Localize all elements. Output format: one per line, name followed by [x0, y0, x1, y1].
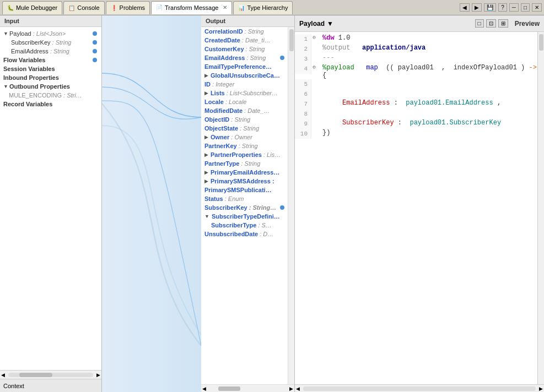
type-hierarchy-icon: 📊 [238, 5, 245, 11]
tree-item-mule-encoding[interactable]: MULE_ENCODING : Stri… [0, 91, 101, 100]
tab-problems[interactable]: ❗ Problems [106, 1, 150, 14]
output-hscroll-left[interactable]: ◀ [201, 386, 207, 391]
code-line-1: 1 ⊕ %dw 1.0 [295, 34, 537, 44]
code-line-4: 4 ⊕ %payload map (( payload01 , indexOfP… [295, 64, 537, 79]
editor-toolbar: Payload ▼ □ ⊡ ⊞ Preview [295, 15, 544, 32]
output-item-objectstate[interactable]: ObjectState : String [201, 124, 288, 133]
save-button[interactable]: 💾 [484, 3, 496, 12]
output-item-partnerkey[interactable]: PartnerKey : String [201, 141, 288, 150]
hscroll-left-arrow[interactable]: ◀ [0, 372, 6, 378]
output-item-correlationid[interactable]: CorrelationID : String [201, 27, 288, 36]
connector-svg [102, 15, 201, 373]
output-item-partnerprops[interactable]: ▶ PartnerProperties : Lis… [201, 150, 288, 159]
output-scroll-thumb [289, 29, 294, 51]
output-panel-header: Output [201, 15, 294, 27]
section-flow-variables[interactable]: Flow Variables [0, 56, 101, 64]
output-item-unsubdate[interactable]: UnsubscribedDate : D… [201, 230, 288, 238]
payload-selector[interactable]: Payload ▼ [299, 20, 333, 28]
editor-hscroll-right[interactable]: ▶ [538, 386, 544, 391]
section-session-variables[interactable]: Session Variables [0, 64, 101, 73]
nav-back-button[interactable]: ◀ [460, 3, 470, 12]
output-list[interactable]: CorrelationID : String CreatedDate : Dat… [201, 27, 288, 384]
tab-close-icon[interactable]: ✕ [223, 4, 227, 10]
editor-hscroll[interactable]: ◀ ▶ [295, 384, 544, 392]
close-button[interactable]: ✕ [532, 3, 542, 12]
left-hscroll[interactable]: ◀ ▶ [0, 370, 101, 379]
maximize-button[interactable]: □ [521, 3, 530, 12]
console-icon: 📋 [68, 5, 75, 11]
subscriberkey-out-dot [280, 205, 284, 210]
output-item-subtype[interactable]: SubscriberType : S… [201, 221, 288, 230]
code-line-8: 8 [295, 109, 537, 119]
tab-transform-message[interactable]: 📄 Transform Message ✕ [151, 1, 232, 14]
editor-scroll-thumb [539, 34, 543, 51]
output-item-emailaddress[interactable]: EmailAddress : String [201, 53, 288, 62]
output-panel: Output CorrelationID : String CreatedDat… [201, 15, 295, 392]
output-item-primarysmspub[interactable]: PrimarySMSPublicati… [201, 186, 288, 194]
output-item-modifieddate[interactable]: ModifiedDate : Date_… [201, 106, 288, 115]
tree-item-payload[interactable]: ▼ Payload : List<Json> [0, 29, 101, 38]
code-line-10: 10 }) [295, 129, 537, 139]
output-item-subscriberkey[interactable]: SubscriberKey : String… [201, 203, 288, 212]
output-item-createddate[interactable]: CreatedDate : Date_ti… [201, 36, 288, 45]
minimize-button[interactable]: ─ [509, 3, 519, 12]
payload-dropdown-icon[interactable]: ▼ [327, 20, 333, 28]
mule-debugger-icon: 🐛 [7, 5, 14, 11]
connector-area [102, 15, 201, 392]
section-record-variables[interactable]: Record Variables [0, 100, 101, 108]
tab-mule-debugger[interactable]: 🐛 Mule Debugger [2, 1, 62, 14]
lists-arrow: ▶ [204, 90, 208, 96]
help-button[interactable]: ? [498, 3, 507, 12]
tab-bar: 🐛 Mule Debugger 📋 Console ❗ Problems 📄 T… [0, 0, 544, 15]
output-item-subtypedef[interactable]: ▼ SubscriberTypeDefini… [201, 212, 288, 221]
output-item-partnertype[interactable]: PartnerType : String [201, 159, 288, 168]
output-item-owner[interactable]: ▶ Owner : Owner [201, 133, 288, 141]
output-scroll-container: CorrelationID : String CreatedDate : Dat… [201, 27, 294, 384]
emailaddress-out-dot [280, 56, 284, 60]
code-container: 1 ⊕ %dw 1.0 2 %output application/java [295, 32, 544, 384]
editor-icon-2[interactable]: ⊡ [486, 19, 496, 28]
editor-icon-3[interactable]: ⊞ [498, 19, 508, 28]
code-line-6: 6 [295, 89, 537, 99]
code-line-2: 2 %output application/java [295, 44, 537, 54]
outbound-arrow: ▼ [3, 84, 8, 89]
code-line-5: 5 [295, 79, 537, 89]
code-area[interactable]: 1 ⊕ %dw 1.0 2 %output application/java [295, 32, 537, 384]
section-inbound-properties[interactable]: Inbound Properties [0, 73, 101, 82]
tab-type-hierarchy[interactable]: 📊 Type Hierarchy [233, 1, 293, 14]
output-item-emailtype[interactable]: EmailTypePreference… [201, 62, 288, 71]
editor-hscroll-left[interactable]: ◀ [295, 386, 301, 391]
nav-forward-button[interactable]: ▶ [472, 3, 482, 12]
output-hscroll-right[interactable]: ▶ [288, 386, 294, 391]
flow-variables-dot [93, 58, 97, 62]
output-item-primarysms[interactable]: ▶ PrimarySMSAddress : [201, 177, 288, 186]
input-panel-header: Input [0, 15, 101, 27]
hscroll-right-arrow[interactable]: ▶ [95, 372, 101, 378]
tree-item-subscriberkey[interactable]: SubscriberKey : String [0, 38, 101, 47]
output-item-locale[interactable]: Locale : Locale [201, 97, 288, 106]
main-container: Input ▼ Payload : List<Json> SubscriberK… [0, 15, 544, 392]
output-item-lists[interactable]: ▶ Lists : List<Subscriber… [201, 89, 288, 97]
output-vscroll[interactable] [288, 27, 294, 384]
editor-vscroll[interactable] [537, 32, 544, 384]
hscroll-thumb [19, 373, 52, 377]
code-editor-panel: Payload ▼ □ ⊡ ⊞ Preview 1 ⊕ %dw 1.0 [295, 15, 544, 392]
hscroll-track [8, 373, 93, 377]
editor-icon-1[interactable]: □ [475, 19, 484, 28]
tab-console[interactable]: 📋 Console [63, 1, 104, 14]
output-hscroll[interactable]: ◀ ▶ [201, 384, 294, 392]
tree-item-emailaddress[interactable]: EmailAddress : String [0, 47, 101, 56]
output-item-globalunsub[interactable]: ▶ GlobalUnsubscribeCa… [201, 71, 288, 80]
payload-dot [93, 31, 97, 36]
output-item-primaryemail[interactable]: ▶ PrimaryEmailAddress… [201, 168, 288, 177]
output-item-objectid[interactable]: ObjectID : String [201, 115, 288, 124]
code-line-7: 7 EmailAddress : payload01.EmailAddress … [295, 99, 537, 109]
code-line-9: 9 SubscriberKey : payload01.SubscriberKe… [295, 119, 537, 129]
output-item-customerkey[interactable]: CustomerKey : String [201, 45, 288, 53]
transform-message-icon: 📄 [156, 4, 163, 10]
output-item-status[interactable]: Status : Enum [201, 194, 288, 203]
owner-arrow: ▶ [204, 134, 208, 140]
subtypedef-arrow: ▼ [204, 214, 209, 219]
section-outbound-properties[interactable]: ▼ Outbound Properties [0, 82, 101, 91]
output-item-id[interactable]: ID : Integer [201, 80, 288, 89]
